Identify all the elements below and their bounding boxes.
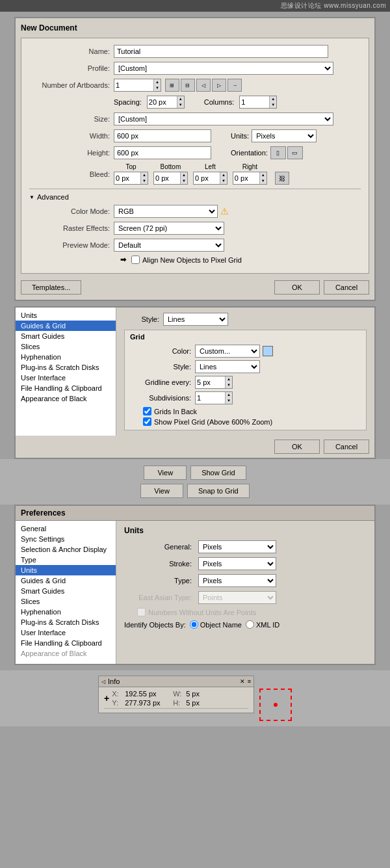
- ok-button[interactable]: OK: [274, 280, 320, 295]
- bleed-bottom-up[interactable]: ▲: [181, 172, 187, 178]
- artboard-arrow-icon[interactable]: →: [228, 79, 242, 92]
- bleed-right-input[interactable]: [233, 172, 259, 184]
- bleed-link-button[interactable]: ⛓: [275, 172, 289, 185]
- bleed-top-down[interactable]: ▼: [141, 178, 148, 184]
- artboards-input[interactable]: [114, 79, 153, 91]
- sidebar-item-appearance[interactable]: Appearance of Black: [16, 393, 116, 404]
- sidebar-item-ui[interactable]: User Interface: [16, 373, 116, 383]
- bleed-right-up[interactable]: ▲: [260, 172, 266, 178]
- subdivisions-input[interactable]: [196, 392, 225, 404]
- guides-style-select[interactable]: Lines Dots: [163, 313, 228, 326]
- artboards-spinbox[interactable]: ▲ ▼: [114, 79, 161, 92]
- prefs-item-sync[interactable]: Sync Settings: [16, 534, 116, 544]
- columns-up[interactable]: ▲: [270, 96, 276, 102]
- gridline-down[interactable]: ▼: [226, 382, 232, 388]
- prefs-item-selection[interactable]: Selection & Anchor Display: [16, 544, 116, 555]
- info-menu-icon[interactable]: ≡: [248, 678, 251, 685]
- prefs-item-hyphenation[interactable]: Hyphenation: [16, 607, 116, 617]
- bleed-top-input[interactable]: [114, 172, 140, 184]
- raster-select[interactable]: Screen (72 ppi) Medium (150 ppi) High (3…: [114, 222, 224, 235]
- size-select[interactable]: [Custom] Letter A4: [114, 112, 333, 125]
- prefs-item-plugins[interactable]: Plug-ins & Scratch Disks: [16, 617, 116, 627]
- subdivisions-spinbox[interactable]: ▲ ▼: [195, 391, 233, 404]
- sidebar-item-guides-grid[interactable]: Guides & Grid: [16, 321, 116, 331]
- prefs-item-units[interactable]: Units: [16, 565, 116, 575]
- gridline-up[interactable]: ▲: [226, 376, 232, 382]
- subdivisions-down[interactable]: ▼: [226, 398, 232, 404]
- sidebar-item-hyphenation[interactable]: Hyphenation: [16, 352, 116, 362]
- sidebar-item-plugins[interactable]: Plug-ins & Scratch Disks: [16, 362, 116, 373]
- bleed-left-input[interactable]: [194, 172, 220, 184]
- artboard-grid-icon[interactable]: ⊞: [165, 79, 179, 92]
- spacing-input[interactable]: [148, 96, 177, 108]
- bleed-bottom-down[interactable]: ▼: [181, 178, 187, 184]
- cancel-button[interactable]: Cancel: [324, 280, 369, 295]
- general-units-select[interactable]: Pixels Points Inches: [198, 540, 276, 553]
- prefs-item-type[interactable]: Type: [16, 555, 116, 565]
- bleed-left-down[interactable]: ▼: [220, 178, 227, 184]
- portrait-button[interactable]: ▯: [270, 146, 286, 159]
- templates-button[interactable]: Templates...: [21, 280, 81, 295]
- prefs-item-guides[interactable]: Guides & Grid: [16, 575, 116, 586]
- artboards-up[interactable]: ▲: [154, 79, 161, 85]
- height-row: Height: Orientation: ▯ ▭: [29, 146, 361, 159]
- align-checkbox[interactable]: [131, 256, 140, 264]
- bleed-left-spinbox[interactable]: ▲ ▼: [193, 172, 228, 185]
- artboards-down[interactable]: ▼: [154, 85, 161, 91]
- prefs-item-smart-guides[interactable]: Smart Guides: [16, 586, 116, 596]
- spacing-spinbox[interactable]: ▲ ▼: [147, 96, 185, 109]
- advanced-toggle[interactable]: ▼: [29, 194, 34, 200]
- prefs-item-ui[interactable]: User Interface: [16, 627, 116, 638]
- xml-id-radio[interactable]: [246, 620, 254, 629]
- name-input[interactable]: [114, 45, 328, 58]
- landscape-button[interactable]: ▭: [287, 146, 303, 159]
- sidebar-item-file-handling[interactable]: File Handling & Clipboard: [16, 383, 116, 393]
- bleed-right-spinbox[interactable]: ▲ ▼: [233, 172, 267, 185]
- view-button-1[interactable]: View: [144, 466, 187, 480]
- artboard-arrange-icon[interactable]: ⊟: [181, 79, 195, 92]
- object-name-radio[interactable]: [190, 620, 198, 629]
- stroke-units-select[interactable]: Pixels Points Inches: [198, 557, 276, 570]
- sidebar-item-smart-guides[interactable]: Smart Guides: [16, 331, 116, 341]
- width-input[interactable]: [114, 129, 211, 142]
- columns-down[interactable]: ▼: [270, 102, 276, 108]
- snap-to-grid-button[interactable]: Snap to Grid: [187, 484, 250, 498]
- preview-mode-select[interactable]: Default Pixel Overprint: [114, 239, 224, 252]
- guides-ok-button[interactable]: OK: [274, 440, 320, 454]
- gridline-input[interactable]: [196, 376, 225, 388]
- columns-spinbox[interactable]: ▲ ▼: [239, 96, 277, 109]
- prefs-item-file[interactable]: File Handling & Clipboard: [16, 638, 116, 648]
- prefs-item-appearance[interactable]: Appearance of Black: [16, 648, 116, 659]
- show-pixel-grid-checkbox[interactable]: [143, 417, 151, 426]
- grid-color-select[interactable]: Custom... Light Blue Medium Blue: [195, 345, 260, 358]
- bleed-right-down[interactable]: ▼: [260, 178, 266, 184]
- spacing-down[interactable]: ▼: [177, 102, 184, 108]
- bleed-top-up[interactable]: ▲: [141, 172, 148, 178]
- info-close-icon[interactable]: ✕: [240, 678, 245, 685]
- columns-input[interactable]: [240, 96, 269, 108]
- sidebar-item-slices[interactable]: Slices: [16, 341, 116, 352]
- bleed-bottom-spinbox[interactable]: ▲ ▼: [153, 172, 188, 185]
- show-grid-button[interactable]: Show Grid: [190, 466, 246, 480]
- bleed-left-up[interactable]: ▲: [220, 172, 227, 178]
- color-mode-select[interactable]: RGB CMYK: [114, 205, 218, 218]
- subdivisions-up[interactable]: ▲: [226, 392, 232, 398]
- artboard-right-icon[interactable]: ▷: [212, 79, 226, 92]
- artboard-left-icon[interactable]: ◁: [196, 79, 211, 92]
- height-input[interactable]: [114, 146, 211, 159]
- prefs-item-slices[interactable]: Slices: [16, 596, 116, 607]
- spacing-up[interactable]: ▲: [177, 96, 184, 102]
- bleed-top-spinbox[interactable]: ▲ ▼: [114, 172, 148, 185]
- grid-color-swatch[interactable]: [263, 346, 273, 356]
- prefs-item-general[interactable]: General: [16, 523, 116, 534]
- grid-style-select[interactable]: Lines Dots: [195, 360, 260, 373]
- grids-in-back-checkbox[interactable]: [143, 407, 151, 415]
- view-button-2[interactable]: View: [140, 484, 183, 498]
- type-units-select[interactable]: Pixels Points Inches: [198, 574, 276, 587]
- sidebar-item-units[interactable]: Units: [16, 310, 116, 321]
- profile-select[interactable]: [Custom] Print Web Mobile: [114, 62, 333, 75]
- units-select[interactable]: Pixels Points Inches Centimeters Millime…: [252, 129, 317, 142]
- bleed-bottom-input[interactable]: [154, 172, 180, 184]
- gridline-spinbox[interactable]: ▲ ▼: [195, 376, 233, 389]
- guides-cancel-button[interactable]: Cancel: [324, 440, 369, 454]
